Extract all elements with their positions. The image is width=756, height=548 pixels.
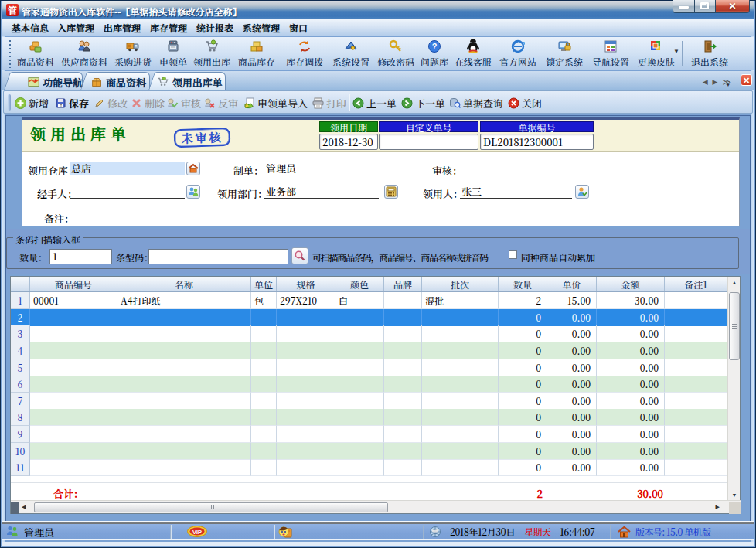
svg-text:VIP: VIP — [192, 529, 202, 536]
svg-text:?: ? — [432, 42, 438, 51]
